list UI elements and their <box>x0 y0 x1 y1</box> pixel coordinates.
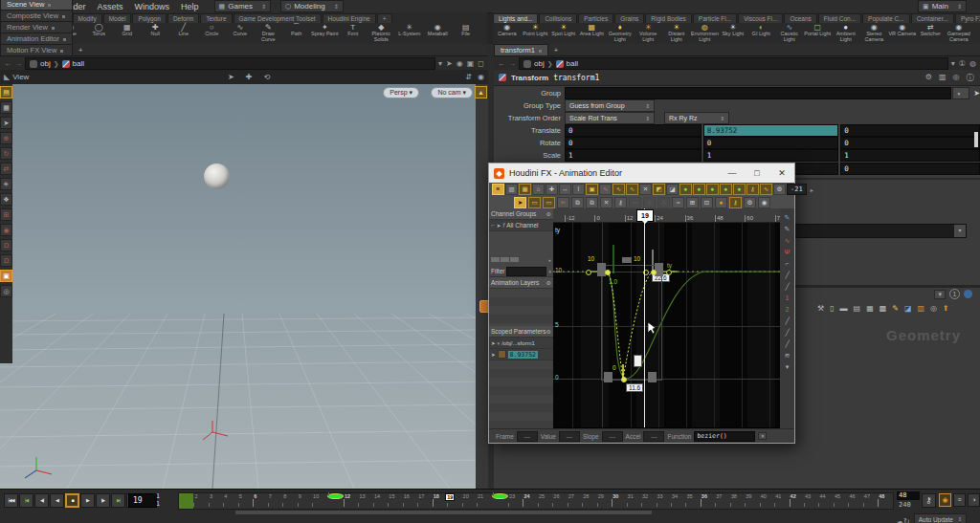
shelf-tool[interactable]: ◉ Stereo Camera <box>860 23 889 44</box>
timeline-frame[interactable]: 5 <box>238 493 253 509</box>
pathbar-icon[interactable]: ▣ <box>467 59 475 68</box>
timeline-frame[interactable]: 48 <box>878 493 892 509</box>
games-shelf-dropdown[interactable]: ▦ Games⇕ <box>214 0 271 12</box>
channel-groups-header[interactable]: Channel Groups⚙ <box>489 208 553 220</box>
group-select-arrow-icon[interactable]: ➤ <box>973 89 980 98</box>
shelf-tool[interactable]: ◍ Environment Light <box>691 23 720 44</box>
viewport-tool[interactable]: ▤ <box>0 86 12 98</box>
shelf-tool[interactable]: ✚ Null <box>142 23 170 44</box>
shelf-tool[interactable]: ◉ VR Camera <box>888 23 917 44</box>
menu-item[interactable]: Windows <box>129 2 176 11</box>
path-field[interactable]: obj ❯ ball <box>519 57 948 70</box>
persp-selector[interactable]: Persp ▾ <box>383 87 419 98</box>
viewport-3d[interactable]: Persp ▾ No cam ▾ ▤▦➤⊕↻⇄✳❖⊞◉ΩΩ▣◎ <box>0 84 488 489</box>
expand-arrow-icon[interactable]: ▸ <box>811 186 813 193</box>
shelf-tab[interactable]: Texture <box>200 13 232 23</box>
timeline-frame[interactable]: 12 <box>344 493 358 509</box>
viewport-tool[interactable]: ▣ <box>0 270 12 282</box>
timeline-frame[interactable]: 21 <box>477 493 491 509</box>
anim-edit-icon[interactable]: ⊞ <box>686 197 699 208</box>
transport-button[interactable]: |◀ <box>19 493 33 508</box>
anim-edit-icon[interactable]: ● <box>715 197 727 208</box>
pathbar-icon[interactable]: ▾ <box>438 59 442 68</box>
playbar-toggle[interactable]: ◑ <box>968 493 980 507</box>
view-label[interactable]: View <box>10 73 29 81</box>
anim-edit-icon[interactable]: ✂ <box>557 197 569 208</box>
timeline-frame[interactable]: 42 <box>790 493 804 509</box>
slope-tool-icon[interactable]: Ψ <box>785 249 791 256</box>
shelf-tool[interactable]: ∿ Curve <box>226 23 255 44</box>
back-button[interactable]: ← <box>498 59 505 68</box>
viewport-header-icon[interactable]: ✚ <box>246 73 253 81</box>
scale-y-field[interactable]: 1 <box>703 149 839 162</box>
function-field[interactable]: bezier() <box>694 431 755 442</box>
shelf-tool[interactable]: ♦ Geometry Light <box>606 23 635 44</box>
path-field[interactable]: obj ❯ ball <box>25 57 435 70</box>
shelf-tab[interactable]: Oceans <box>784 13 816 23</box>
anim-tool-icon[interactable]: ⌂ <box>532 184 545 195</box>
shelf-tab[interactable]: Fluid Con... <box>818 13 861 23</box>
menu-item[interactable]: Help <box>175 2 205 11</box>
slope-tool-icon[interactable]: ≋ <box>785 352 791 360</box>
timeline-frame[interactable]: 47 <box>863 493 878 509</box>
anim-edit-icon[interactable]: ◉ <box>758 197 770 208</box>
shelf-tab[interactable]: Lights and... <box>493 13 538 23</box>
pathbar-icon[interactable]: ◉ <box>457 59 463 68</box>
animation-editor-window[interactable]: ◆ Houdini FX - Animation Editor — □ ✕ ≡▥… <box>488 163 795 444</box>
timeline-frame[interactable]: 37 <box>715 493 729 509</box>
timeline-frame[interactable]: 9 <box>298 493 312 509</box>
slope-tool-icon[interactable]: ╱ <box>785 340 789 348</box>
anim-edit-icon[interactable]: ▭ <box>543 197 555 208</box>
shelf-tool[interactable]: ▤ File <box>452 23 480 44</box>
transform-order-dropdown[interactable]: Scale Rot Trans⇕ <box>565 112 655 124</box>
shelf-tab[interactable]: Rigid Bodies <box>645 13 692 23</box>
snapshot-icon[interactable]: ▲ <box>475 86 487 98</box>
viewport-tool[interactable]: ⇄ <box>0 163 12 175</box>
rotate-x-field[interactable]: 0 <box>565 137 702 149</box>
box-handle[interactable] <box>597 263 606 276</box>
slope-tool-icon[interactable]: ▾ <box>786 363 790 371</box>
pathbar-icon[interactable]: ▾ <box>951 59 955 68</box>
pin-icon[interactable]: ➤ <box>491 352 496 358</box>
viewport-tool[interactable]: Ω <box>0 254 12 267</box>
timeline-frame[interactable]: 10 <box>312 493 326 509</box>
transport-button[interactable]: ▶ <box>80 493 95 508</box>
gear-icon[interactable]: ⚙ <box>546 328 551 335</box>
translate-y-field[interactable]: 8.93752 <box>703 124 839 137</box>
param-field[interactable]: 0 <box>840 163 980 175</box>
timeline-frame[interactable]: 25 <box>538 493 552 509</box>
anim-edit-icon[interactable]: ⚷ <box>614 197 627 208</box>
keyframe[interactable] <box>666 270 672 275</box>
anim-tool-icon[interactable]: ✚ <box>546 184 558 195</box>
timeline-frame[interactable] <box>327 493 344 499</box>
timeline-frame[interactable] <box>179 493 193 509</box>
pathbar-icon[interactable]: ① <box>959 59 966 68</box>
camera-selector[interactable]: No cam ▾ <box>431 87 473 98</box>
network-tool-icon[interactable]: ◎ <box>930 304 937 313</box>
anim-edit-icon[interactable]: ⧉ <box>571 197 584 208</box>
shelf-tab[interactable]: Game Development Toolset <box>234 13 322 23</box>
anim-tool-icon[interactable]: ● <box>733 184 746 195</box>
timeline-frame[interactable]: 40 <box>760 493 774 509</box>
network-tool-icon[interactable]: ▦ <box>866 304 874 313</box>
anim-edit-icon[interactable]: ⋯ <box>629 197 641 208</box>
pane-tab[interactable]: Composite View <box>0 10 73 21</box>
box-handle[interactable] <box>622 257 632 263</box>
anim-edit-icon[interactable]: ▭ <box>528 197 541 208</box>
modeling-dropdown[interactable]: ⬡ Modeling⇕ <box>280 0 344 12</box>
timeline-frame[interactable]: 4 <box>223 493 237 509</box>
shelf-tool[interactable]: ╱ Line <box>169 23 198 44</box>
channel-value[interactable]: 8.93752 <box>508 351 538 359</box>
group-type-dropdown[interactable]: Guess from Group⇕ <box>565 99 655 112</box>
anim-edit-icon[interactable]: ⊡ <box>701 197 713 208</box>
gear-icon[interactable]: ⚙ <box>546 279 551 286</box>
network-tool-icon[interactable]: ▩ <box>880 304 887 313</box>
timeline-frame[interactable]: 7 <box>268 493 282 509</box>
pathbar-icon[interactable]: ◻ <box>478 59 484 68</box>
slope-tool-icon[interactable]: ⌐ <box>785 260 789 268</box>
network-tool-icon[interactable]: ▤ <box>854 304 861 313</box>
global-end-field[interactable]: 240 <box>897 501 911 509</box>
param-header-icon[interactable]: ◎ <box>953 73 960 83</box>
viewport-tool[interactable]: ▦ <box>0 101 12 114</box>
forward-button[interactable]: → <box>14 59 22 68</box>
